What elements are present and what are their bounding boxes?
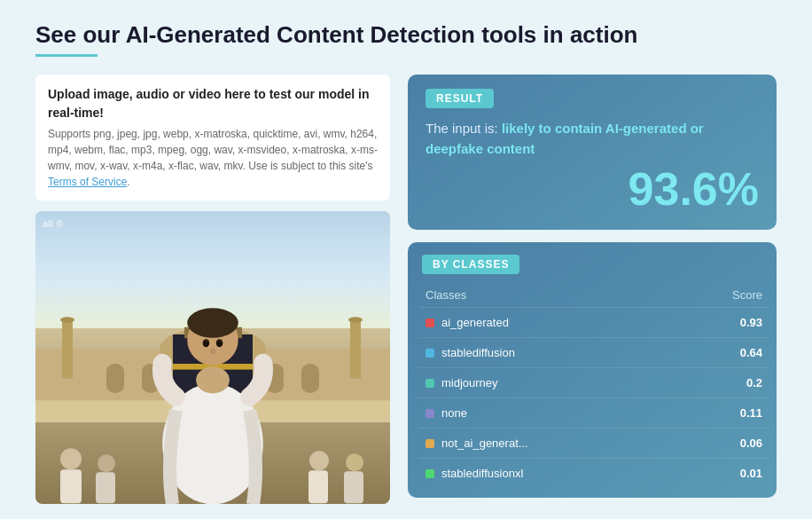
classes-table: Classes Score ai_generated 0.93 (418, 283, 769, 487)
svg-rect-26 (308, 470, 328, 503)
class-color-dot (426, 439, 434, 448)
class-name: midjourney (441, 376, 498, 389)
class-name-cell: stablediffusion (418, 338, 673, 368)
class-color-dot (426, 379, 434, 388)
svg-point-23 (98, 454, 115, 472)
class-name: ai_generated (441, 316, 509, 329)
class-name-cell: midjourney (418, 368, 673, 398)
class-color-dot (426, 318, 434, 327)
result-text: The input is: likely to contain AI-gener… (426, 119, 759, 159)
upload-main-text: Upload image, audio or video here to tes… (48, 85, 378, 122)
table-row: ai_generated 0.93 (418, 308, 769, 338)
class-name-cell: none (418, 398, 673, 429)
table-row: not_ai_generat... 0.06 (418, 429, 769, 459)
classes-badge: BY CLASSES (422, 255, 519, 274)
svg-rect-22 (60, 469, 82, 503)
upload-sub-text-content: Supports png, jpeg, jpg, webp, x-matrosk… (48, 128, 378, 172)
table-row: none 0.11 (418, 398, 769, 429)
svg-point-15 (196, 366, 230, 393)
table-header-row: Classes Score (418, 283, 769, 308)
class-name-cell: stablediffusionxl (418, 459, 673, 488)
img-watermark: ali ® (43, 218, 63, 229)
svg-point-3 (60, 317, 74, 323)
page-wrapper: See our AI-Generated Content Detection t… (0, 0, 812, 519)
left-panel: Upload image, audio or video here to tes… (35, 75, 390, 519)
upload-btn-row: Upload (35, 515, 390, 519)
svg-rect-2 (62, 319, 73, 378)
svg-rect-24 (96, 472, 115, 503)
main-content: Upload image, audio or video here to tes… (35, 75, 777, 519)
classes-header: Classes (418, 283, 673, 308)
class-name: not_ai_generat... (441, 436, 528, 450)
svg-point-27 (346, 453, 363, 471)
class-name-cell: not_ai_generat... (418, 429, 673, 459)
table-row: stablediffusion 0.64 (418, 338, 769, 368)
svg-point-21 (60, 448, 82, 469)
result-box: RESULT The input is: likely to contain A… (408, 75, 777, 230)
class-name: stablediffusion (441, 346, 515, 359)
svg-rect-4 (350, 319, 361, 378)
class-score: 0.11 (673, 398, 769, 429)
table-row: midjourney 0.2 (418, 368, 769, 398)
class-score: 0.2 (673, 368, 769, 398)
img-placeholder: ali ® (35, 211, 390, 504)
title-underline (35, 54, 98, 57)
page-title: See our AI-Generated Content Detection t… (35, 21, 777, 49)
svg-point-17 (187, 308, 238, 337)
score-header: Score (673, 283, 769, 308)
classes-box: BY CLASSES Classes Score (408, 242, 777, 498)
svg-point-25 (309, 451, 329, 470)
upload-sub-text: Supports png, jpeg, jpg, webp, x-matrosk… (48, 126, 378, 190)
svg-point-5 (348, 317, 363, 323)
image-preview: ali ® (35, 211, 390, 504)
class-name: stablediffusionxl (441, 467, 523, 480)
class-name: none (441, 406, 467, 420)
tos-link[interactable]: Terms of Service (48, 176, 127, 188)
right-panel: RESULT The input is: likely to contain A… (408, 75, 777, 498)
result-badge: RESULT (426, 89, 494, 108)
class-name-cell: ai_generated (418, 308, 673, 338)
classes-table-wrapper[interactable]: Classes Score ai_generated 0.93 (418, 283, 769, 487)
upload-info-box: Upload image, audio or video here to tes… (35, 75, 390, 201)
class-score: 0.06 (673, 429, 769, 459)
svg-rect-28 (344, 471, 363, 503)
crowd-svg (35, 431, 390, 505)
class-color-dot (426, 469, 434, 478)
class-score: 0.64 (673, 338, 769, 368)
classes-tbody: ai_generated 0.93 stablediffusion 0.64 m… (418, 308, 769, 488)
result-prefix: The input is: (426, 121, 502, 136)
svg-point-20 (210, 348, 215, 355)
table-row: stablediffusionxl 0.01 (418, 459, 769, 488)
class-color-dot (426, 409, 434, 418)
class-color-dot (426, 349, 434, 358)
result-percentage: 93.6% (426, 166, 759, 212)
class-score: 0.93 (673, 308, 769, 338)
class-score: 0.01 (673, 459, 769, 488)
